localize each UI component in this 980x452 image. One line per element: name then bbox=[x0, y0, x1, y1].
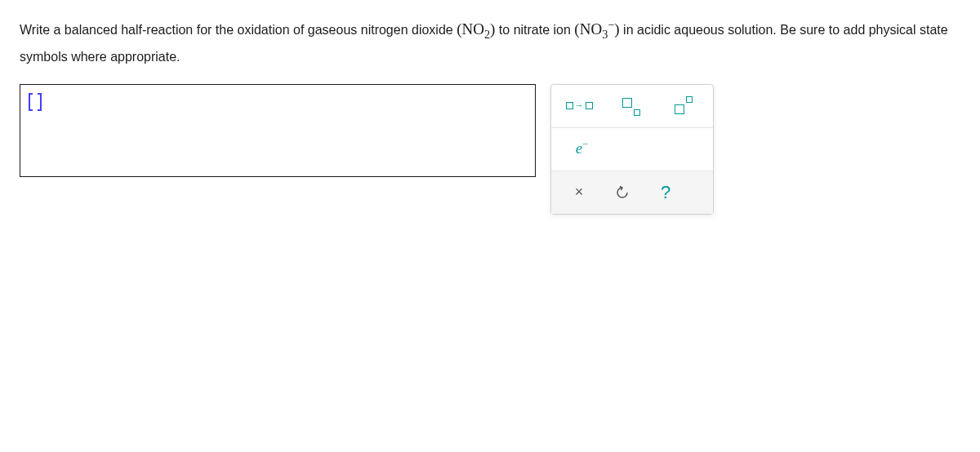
answer-input[interactable] bbox=[20, 84, 536, 177]
question-part2: to nitrate ion bbox=[499, 23, 575, 37]
formula-no3: (NO3−) bbox=[574, 20, 619, 38]
square-icon bbox=[686, 96, 693, 103]
square-icon bbox=[566, 102, 573, 109]
square-icon bbox=[622, 98, 632, 108]
question-part1: Write a balanced half-reaction for the o… bbox=[20, 23, 457, 37]
square-icon bbox=[634, 109, 640, 116]
reaction-arrow-button[interactable]: → bbox=[563, 95, 595, 117]
square-icon bbox=[675, 104, 684, 114]
formula-no2: (NO2) bbox=[457, 20, 495, 38]
cursor-icon bbox=[29, 93, 42, 111]
question-text: Write a balanced half-reaction for the o… bbox=[20, 15, 960, 69]
x-icon: × bbox=[575, 184, 584, 201]
clear-button[interactable]: × bbox=[563, 181, 595, 204]
reset-button[interactable] bbox=[615, 185, 630, 200]
undo-icon bbox=[615, 185, 630, 200]
equation-toolbox: → e− bbox=[550, 84, 714, 215]
electron-button[interactable]: e− bbox=[563, 138, 595, 161]
arrow-icon: → bbox=[575, 101, 584, 110]
square-icon bbox=[586, 102, 593, 109]
help-button[interactable]: ? bbox=[649, 181, 682, 204]
subscript-button[interactable] bbox=[615, 95, 648, 117]
question-icon: ? bbox=[661, 182, 670, 203]
superscript-button[interactable] bbox=[667, 95, 700, 117]
